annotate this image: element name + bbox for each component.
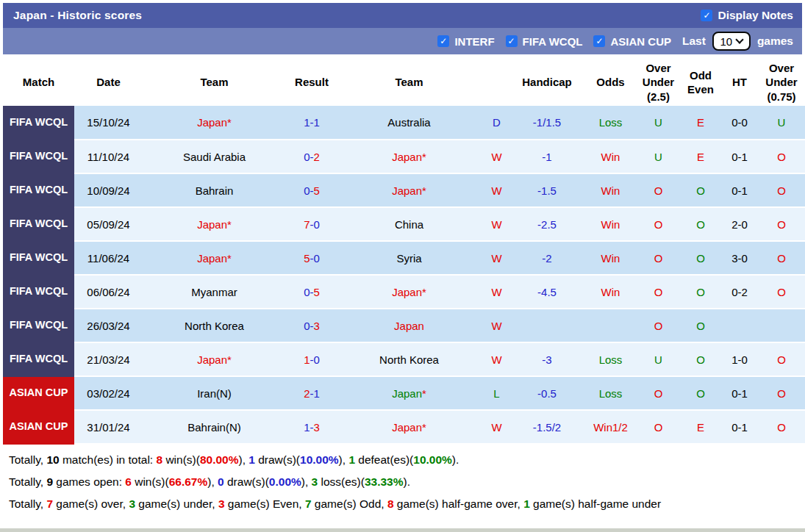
odds-cell: Loss [582, 106, 640, 140]
wdl-cell-text: W [491, 353, 501, 366]
home-team-cell: Bahrain [143, 173, 286, 207]
away-team-cell: Japan [337, 309, 481, 342]
handicap-cell: -1.5/2 [512, 410, 582, 444]
page-title: Japan - Historic scores [13, 9, 142, 22]
odd-even-cell: O [677, 275, 724, 309]
date-cell: 21/03/24 [74, 342, 143, 376]
away-team-cell: Japan* [337, 173, 481, 207]
summary-line: Totally, 9 games open: 6 win(s)(66.67%),… [9, 471, 796, 493]
summary-text: win(s)( [162, 453, 200, 466]
handicap-cell-text: -1 [542, 151, 551, 163]
league-badge: FIFA WCQL [3, 140, 74, 173]
check-icon: ✓ [508, 37, 515, 46]
over-under-0-75-cell: O [755, 410, 805, 444]
summary-text: 10.00% [413, 453, 452, 466]
last-games-select[interactable]: 10 [712, 32, 751, 51]
check-icon: ✓ [595, 37, 603, 46]
wdl-cell-text: W [491, 151, 501, 163]
away-team-cell: China [337, 207, 481, 241]
over-under-0-75-cell: O [755, 173, 805, 207]
over-under-2-5-cell: O [640, 410, 677, 444]
odd-even-cell-text: E [697, 116, 704, 129]
wdl-cell: W [481, 410, 512, 444]
column-header-date: Date [74, 59, 143, 106]
home-team-cell: Saudi Arabia [143, 140, 286, 173]
odd-even-cell: O [677, 376, 724, 410]
filter-label: FIFA WCQL [523, 35, 583, 48]
home-team-cell-text: Japan* [197, 116, 232, 129]
table-body: FIFA WCQL15/10/24Japan*1-1AustraliaD-1/1… [3, 106, 805, 444]
display-notes-toggle[interactable]: ✓ Display Notes [701, 9, 793, 22]
odd-even-cell: E [677, 140, 724, 173]
summary-text: 10.00% [300, 453, 339, 466]
ht-cell: 2-0 [724, 207, 755, 241]
ht-cell: 0-2 [724, 275, 755, 309]
over-under-2-5-cell: O [640, 376, 677, 410]
display-notes-checkbox[interactable]: ✓ [701, 10, 712, 21]
wdl-cell-text: W [491, 286, 501, 298]
ht-cell: 0-1 [724, 173, 755, 207]
summary-text: 6 [125, 475, 132, 488]
summary-text: 7 [46, 497, 53, 510]
over-under-0-75-cell-text: O [777, 252, 786, 265]
summary-text: game(s) Even, [225, 497, 305, 510]
wdl-cell-text: W [491, 421, 501, 434]
over-under-0-75-cell: O [755, 376, 805, 410]
home-team-cell: Iran(N) [143, 376, 286, 410]
result-cell-text: -0 [310, 218, 320, 231]
check-icon: ✓ [440, 37, 447, 46]
summary-text: 0.00% [269, 475, 301, 488]
checkbox-checked-icon[interactable]: ✓ [437, 35, 449, 47]
ht-cell: 0-1 [724, 140, 755, 173]
summary-text: 8 [387, 497, 394, 510]
ht-cell-text: 0-1 [731, 184, 748, 197]
over-under-0-75-cell [755, 309, 805, 342]
home-team-cell-text: Japan* [197, 218, 232, 231]
result-cell: 0-3 [286, 309, 337, 342]
summary-text: 66.67% [169, 475, 208, 488]
odd-even-cell: O [677, 342, 724, 376]
date-cell: 11/06/24 [74, 241, 143, 275]
away-team-cell: Japan* [337, 410, 481, 444]
checkbox-checked-icon[interactable]: ✓ [593, 35, 605, 47]
filter-bar: ✓INTERF✓FIFA WCQL✓ASIAN CUP Last 10 game… [3, 28, 802, 54]
odds-cell-text: Win [601, 184, 620, 197]
filter-toggle-fifa-wcql[interactable]: ✓FIFA WCQL [506, 35, 583, 48]
date-cell: 31/01/24 [74, 410, 143, 444]
odd-even-cell-text: E [697, 421, 704, 434]
away-team-cell: Japan* [337, 376, 481, 410]
summary-text: Totally, [9, 453, 46, 466]
checkbox-checked-icon[interactable]: ✓ [506, 35, 518, 47]
summary-text: draw(s)( [224, 475, 269, 488]
odds-cell: Win [582, 173, 640, 207]
wdl-cell: W [481, 241, 512, 275]
match-row: ASIAN CUP03/02/24Iran(N)2-1Japan*L-0.5Lo… [3, 376, 805, 410]
filter-toggle-asian-cup[interactable]: ✓ASIAN CUP [593, 35, 671, 48]
away-team-cell-text: * [422, 387, 426, 400]
away-team-cell-text: Australia [387, 116, 430, 129]
away-team-cell-text: Japan* [392, 421, 426, 434]
summary-text: games open: [53, 475, 125, 488]
ht-cell-text: 0-1 [731, 387, 748, 400]
filter-toggle-interf[interactable]: ✓INTERF [437, 35, 494, 48]
date-cell-text: 26/03/24 [87, 320, 129, 332]
result-cell-text: -0 [310, 353, 320, 366]
wdl-cell: W [481, 342, 512, 376]
summary-text: draw(s)( [255, 453, 300, 466]
home-team-cell-text: Japan* [197, 353, 232, 366]
date-cell: 26/03/24 [74, 309, 143, 342]
home-team-cell: Japan* [143, 342, 286, 376]
over-under-0-75-cell-text: O [777, 421, 786, 434]
last-label: Last [682, 35, 706, 48]
home-team-cell: Japan* [143, 241, 286, 275]
odds-cell-text: Win [601, 218, 620, 231]
away-team-cell: Japan* [337, 140, 481, 173]
date-cell: 05/09/24 [74, 207, 143, 241]
over-under-2-5-cell: U [640, 106, 677, 140]
summary-text: loss(es)( [318, 475, 365, 488]
date-cell-text: 05/09/24 [87, 218, 129, 231]
home-team-cell-text: Iran(N) [197, 387, 232, 400]
summary-text: 1 [348, 453, 355, 466]
handicap-cell [512, 309, 582, 342]
match-row: FIFA WCQL11/06/24Japan*5-0SyriaW-2WinOO3… [3, 241, 805, 275]
